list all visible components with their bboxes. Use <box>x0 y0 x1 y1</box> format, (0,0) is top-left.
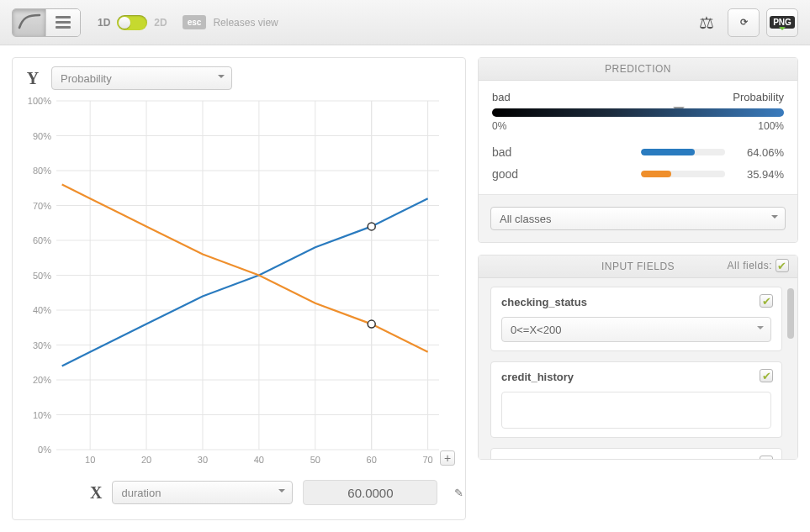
releases-view-label: Releases view <box>213 17 278 29</box>
field-checkbox[interactable]: ✔ <box>760 294 773 308</box>
balance-button[interactable]: ⚖ <box>699 13 714 33</box>
x-axis-letter: X <box>90 483 102 503</box>
svg-text:20%: 20% <box>33 375 51 385</box>
chart-panel: Y Probability 0%10%20%30%40%50%60%70%80%… <box>12 57 466 520</box>
svg-point-38 <box>368 320 375 328</box>
pencil-icon: ✎ <box>454 487 463 499</box>
prediction-scale-max: 100% <box>758 120 784 132</box>
class-filter-value: All classes <box>500 213 551 225</box>
class-pct: 64.06% <box>733 146 784 159</box>
svg-text:60%: 60% <box>33 235 51 245</box>
svg-text:0%: 0% <box>38 445 51 455</box>
svg-text:60: 60 <box>367 455 377 465</box>
top-toolbar: 1D 2D esc Releases view ⚖ ⟳ PNG <box>0 0 810 45</box>
prediction-gradient-bar <box>492 108 784 117</box>
svg-text:70: 70 <box>422 455 432 465</box>
x-field-select[interactable]: duration <box>112 481 293 504</box>
svg-text:20: 20 <box>141 455 151 465</box>
field-name: credit_history <box>501 371 771 383</box>
input-fields-title: INPUT FIELDS <box>601 261 675 272</box>
edit-x-value-button[interactable]: ✎ <box>454 487 463 499</box>
x-value-text: 60.0000 <box>347 486 393 500</box>
prediction-scale-min: 0% <box>492 120 506 132</box>
partial-dependence-chart: 0%10%20%30%40%50%60%70%80%90%100%1020304… <box>23 97 447 471</box>
class-row-bad: bad64.06% <box>492 145 784 159</box>
input-fields-header: INPUT FIELDS All fields: ✔ <box>479 255 797 278</box>
y-field-select[interactable]: Probability <box>51 66 232 90</box>
class-pct: 35.94% <box>733 168 784 181</box>
input-fields-scroll: checking_status✔0<=X<200credit_history✔p… <box>479 278 797 459</box>
all-fields-toggle: All fields: ✔ <box>727 259 789 272</box>
field-name: checking_status <box>501 296 771 308</box>
svg-text:30: 30 <box>198 455 208 465</box>
class-name: good <box>492 167 633 181</box>
class-bar <box>641 171 725 177</box>
chart-view-button[interactable] <box>13 9 46 36</box>
dimension-switch: 1D 2D <box>98 15 167 30</box>
field-card-credit_history: credit_history✔ <box>490 361 782 438</box>
export-png-button[interactable]: PNG <box>766 8 798 37</box>
svg-text:10%: 10% <box>33 410 51 420</box>
class-bar <box>641 149 725 155</box>
scrollbar-thumb[interactable] <box>787 288 794 339</box>
all-fields-label: All fields: <box>727 260 772 271</box>
field-value-empty[interactable] <box>501 392 771 429</box>
svg-text:90%: 90% <box>33 131 51 141</box>
input-fields-panel: INPUT FIELDS All fields: ✔ checking_stat… <box>478 255 798 460</box>
esc-key-hint: esc <box>183 15 207 29</box>
field-card-checking_status: checking_status✔0<=X<200 <box>490 287 782 351</box>
prediction-panel: PREDICTION bad Probability 0% 100% bad64… <box>478 57 798 243</box>
field-value: 0<=X<200 <box>511 324 561 336</box>
x-field-value: duration <box>121 487 161 499</box>
field-card-purpose: purpose✔ <box>490 448 782 459</box>
field-checkbox[interactable]: ✔ <box>760 456 773 459</box>
add-axis-button[interactable]: + <box>440 450 455 466</box>
field-value-select[interactable]: 0<=X<200 <box>501 317 771 342</box>
svg-text:40%: 40% <box>33 305 51 315</box>
svg-text:30%: 30% <box>33 340 51 350</box>
prediction-header: PREDICTION <box>479 58 797 81</box>
prediction-y-label: Probability <box>733 91 784 103</box>
dim-1d-label: 1D <box>98 17 110 29</box>
dim-2d-label: 2D <box>154 17 167 29</box>
view-mode-toggle <box>12 8 81 37</box>
dimension-toggle[interactable] <box>117 15 147 30</box>
svg-text:70%: 70% <box>33 201 51 211</box>
svg-text:10: 10 <box>85 455 95 465</box>
refresh-button[interactable]: ⟳ <box>728 8 760 37</box>
svg-text:100%: 100% <box>28 97 51 106</box>
x-value-box: 60.0000 <box>303 480 437 505</box>
svg-text:40: 40 <box>254 455 264 465</box>
balance-icon: ⚖ <box>699 13 714 32</box>
svg-point-37 <box>368 223 375 230</box>
all-fields-checkbox[interactable]: ✔ <box>776 259 789 272</box>
class-filter-select[interactable]: All classes <box>490 207 786 230</box>
field-name: purpose <box>501 457 771 459</box>
refresh-icon: ⟳ <box>740 17 748 28</box>
y-field-value: Probability <box>61 72 112 85</box>
y-axis-letter: Y <box>23 69 43 88</box>
list-view-button[interactable] <box>46 9 80 36</box>
svg-text:50: 50 <box>310 455 320 465</box>
curve-icon <box>18 13 41 32</box>
class-row-good: good35.94% <box>492 167 784 181</box>
class-name: bad <box>492 145 633 159</box>
png-icon: PNG <box>770 16 795 29</box>
list-icon <box>56 16 71 29</box>
field-checkbox[interactable]: ✔ <box>760 369 773 382</box>
svg-text:80%: 80% <box>33 166 51 176</box>
svg-text:50%: 50% <box>33 271 51 281</box>
prediction-class-label: bad <box>492 91 511 103</box>
